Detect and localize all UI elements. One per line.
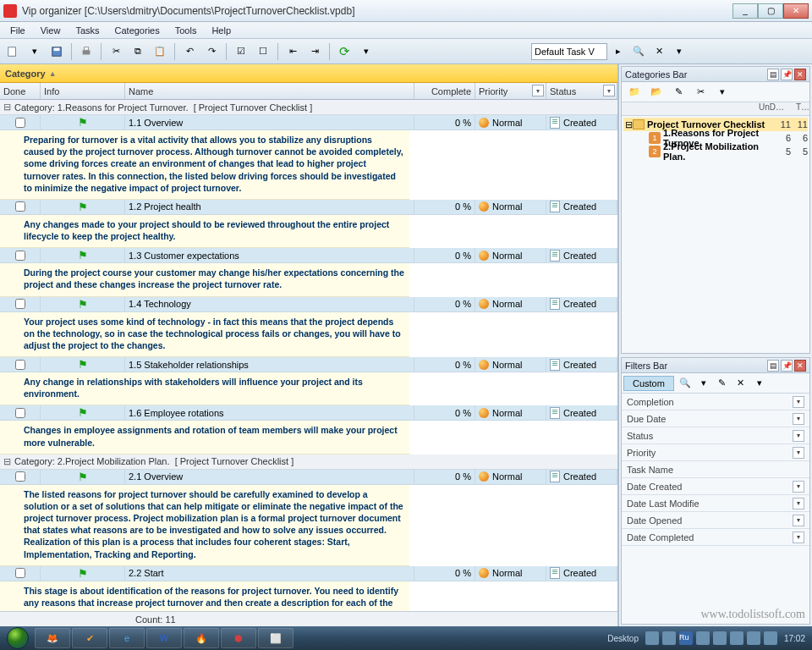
tray-volume-icon[interactable] bbox=[747, 631, 760, 645]
taskbar-app1[interactable]: ✔ bbox=[72, 628, 107, 648]
grid-body[interactable]: ⊟ Category: 1.Reasons for Project Turnov… bbox=[0, 100, 617, 611]
done-checkbox[interactable] bbox=[15, 201, 25, 212]
minimize-button[interactable]: _ bbox=[732, 3, 758, 19]
cat-num-icon: 2 bbox=[649, 146, 661, 157]
done-checkbox[interactable] bbox=[15, 118, 25, 128]
maximize-button[interactable]: ▢ bbox=[758, 3, 783, 19]
col-name[interactable]: Name bbox=[125, 83, 414, 99]
tray-network-icon[interactable] bbox=[764, 631, 777, 645]
menu-file[interactable]: File bbox=[3, 24, 32, 37]
filter-datemodified[interactable]: Date Last Modifie▾ bbox=[622, 495, 809, 512]
col-done[interactable]: Done bbox=[0, 83, 41, 99]
chevron-down-icon[interactable]: ▾ bbox=[793, 396, 804, 408]
task-template-input[interactable] bbox=[531, 43, 607, 60]
copy-button[interactable]: ⧉ bbox=[129, 42, 147, 61]
cat-more-button[interactable]: ▾ bbox=[713, 83, 732, 102]
taskbar-ie[interactable]: e bbox=[109, 628, 145, 648]
save-button[interactable] bbox=[47, 42, 66, 61]
indent-right-button[interactable]: ⇥ bbox=[305, 42, 324, 61]
toggle1-button[interactable]: ☑ bbox=[232, 42, 250, 61]
menu-tools[interactable]: Tools bbox=[168, 24, 204, 37]
refresh-button[interactable]: ⟳ bbox=[335, 42, 354, 61]
task-row[interactable]: ⚑ 1.4 Technology 0 % Normal Created bbox=[0, 297, 617, 312]
task-row[interactable]: ⚑ 1.3 Customer expectations 0 % Normal C… bbox=[0, 248, 617, 263]
close-button[interactable]: ✕ bbox=[783, 3, 809, 19]
task-template-find[interactable]: 🔍 bbox=[629, 42, 648, 61]
task-template-clear[interactable]: ✕ bbox=[650, 42, 668, 61]
group-row[interactable]: ⊟ Category: 2.Project Mobilization Plan.… bbox=[0, 454, 617, 470]
filter-more-button[interactable]: ▾ bbox=[750, 374, 769, 393]
filter-completion[interactable]: Completion▾ bbox=[622, 394, 809, 410]
indent-left-button[interactable]: ⇤ bbox=[283, 42, 302, 61]
tray-icon[interactable] bbox=[730, 631, 743, 645]
new-dropdown[interactable]: ▾ bbox=[25, 42, 44, 61]
panel-pin-icon[interactable]: 📌 bbox=[781, 360, 793, 372]
filter-custom-button[interactable]: Custom bbox=[623, 376, 674, 391]
menubar: File View Tasks Categories Tools Help bbox=[0, 22, 812, 39]
filter-apply-dropdown[interactable]: ▾ bbox=[694, 374, 713, 393]
menu-view[interactable]: View bbox=[34, 24, 68, 37]
filter-priority[interactable]: Priority▾ bbox=[622, 444, 809, 461]
panel-close-icon[interactable]: ✕ bbox=[794, 69, 806, 80]
cut-button[interactable]: ✂ bbox=[107, 42, 125, 61]
taskbar-app2[interactable]: 🔥 bbox=[184, 628, 219, 648]
priority-filter-icon[interactable]: ▾ bbox=[532, 85, 544, 96]
tree-item[interactable]: 2 2.Project Mobilization Plan. 5 5 bbox=[623, 145, 808, 158]
refresh-dropdown[interactable]: ▾ bbox=[357, 42, 376, 61]
category-tree[interactable]: ⊟ Project Turnover Checklist 11 11 1 1.R… bbox=[622, 116, 809, 353]
filter-taskname[interactable]: Task Name bbox=[622, 461, 809, 478]
task-row[interactable]: ⚑ 1.6 Employee rotations 0 % Normal Crea… bbox=[0, 405, 617, 421]
tray-icon[interactable] bbox=[645, 631, 659, 645]
menu-help[interactable]: Help bbox=[205, 24, 238, 37]
group-row[interactable]: ⊟ Category: 1.Reasons for Project Turnov… bbox=[0, 100, 617, 115]
cat-del-button[interactable]: ✂ bbox=[691, 83, 710, 102]
cat-new2-button[interactable]: 📂 bbox=[647, 83, 666, 102]
menu-categories[interactable]: Categories bbox=[108, 24, 167, 37]
filter-clear-button[interactable]: ✕ bbox=[732, 374, 750, 393]
tray-lang[interactable]: Ru bbox=[679, 631, 693, 645]
taskbar-word[interactable]: W bbox=[146, 628, 182, 648]
filter-duedate[interactable]: Due Date▾ bbox=[622, 410, 809, 427]
filter-dateopened[interactable]: Date Opened▾ bbox=[622, 512, 809, 529]
panel-menu-icon[interactable]: ▤ bbox=[767, 69, 779, 80]
col-status[interactable]: Status▾ bbox=[546, 83, 617, 99]
undo-button[interactable]: ↶ bbox=[180, 42, 199, 61]
taskbar-app3[interactable]: ⬢ bbox=[221, 628, 256, 648]
panel-close-icon[interactable]: ✕ bbox=[794, 360, 806, 372]
tray-icon[interactable] bbox=[662, 631, 676, 645]
status-filter-icon[interactable]: ▾ bbox=[603, 85, 615, 96]
col-info[interactable]: Info bbox=[41, 83, 125, 99]
taskbar-firefox[interactable]: 🦊 bbox=[35, 628, 70, 648]
panel-pin-icon[interactable]: 📌 bbox=[781, 69, 793, 80]
cat-edit-button[interactable]: ✎ bbox=[669, 83, 688, 102]
filter-apply-button[interactable]: 🔍 bbox=[676, 374, 694, 393]
toggle2-button[interactable]: ☐ bbox=[254, 42, 272, 61]
new-button[interactable] bbox=[3, 42, 22, 61]
cat-new-button[interactable]: 📁 bbox=[625, 83, 644, 102]
filter-edit-button[interactable]: ✎ bbox=[713, 374, 732, 393]
task-template-more[interactable]: ▾ bbox=[670, 42, 689, 61]
col-complete[interactable]: Complete bbox=[414, 83, 475, 99]
filter-status[interactable]: Status▾ bbox=[622, 427, 809, 444]
start-button[interactable] bbox=[2, 626, 34, 650]
task-template-go[interactable]: ▸ bbox=[609, 42, 628, 61]
col-priority[interactable]: Priority▾ bbox=[475, 83, 546, 99]
paste-button[interactable]: 📋 bbox=[151, 42, 169, 61]
tray-clock[interactable]: 17:02 bbox=[784, 634, 805, 643]
category-band[interactable]: Category ▲ bbox=[0, 64, 617, 83]
menu-tasks[interactable]: Tasks bbox=[69, 24, 106, 37]
filter-datecompleted[interactable]: Date Completed▾ bbox=[622, 529, 809, 546]
task-row[interactable]: ⚑ 2.1 Overview 0 % Normal Created bbox=[0, 470, 617, 485]
panel-menu-icon[interactable]: ▤ bbox=[767, 360, 779, 372]
task-row[interactable]: ⚑ 1.1 Overview 0 % Normal Created bbox=[0, 115, 617, 130]
task-row[interactable]: ⚑ 1.5 Stakeholder relationships 0 % Norm… bbox=[0, 357, 617, 372]
filter-datecreated[interactable]: Date Created▾ bbox=[622, 478, 809, 495]
redo-button[interactable]: ↷ bbox=[202, 42, 221, 61]
tray-icon[interactable] bbox=[713, 631, 727, 645]
print-button[interactable] bbox=[77, 42, 96, 61]
task-row[interactable]: ⚑ 2.2 Start 0 % Normal Created bbox=[0, 566, 617, 581]
taskbar-app4[interactable]: ⬜ bbox=[258, 628, 294, 648]
tray-icon[interactable] bbox=[696, 631, 710, 645]
show-desktop[interactable]: Desktop bbox=[607, 634, 639, 643]
task-row[interactable]: ⚑ 1.2 Project health 0 % Normal Created bbox=[0, 200, 617, 215]
